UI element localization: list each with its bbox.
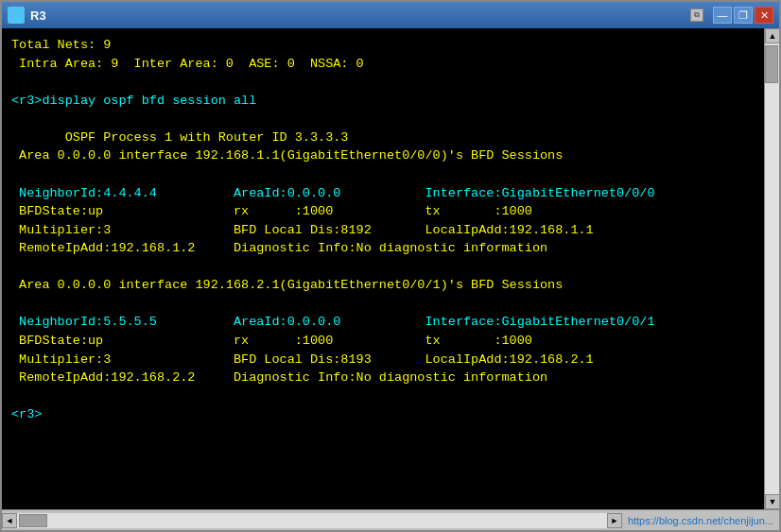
scroll-track-horizontal[interactable] — [17, 513, 607, 528]
scroll-left-button[interactable]: ◄ — [2, 513, 17, 528]
window-title: R3 — [30, 9, 685, 23]
restore-button[interactable]: ❐ — [734, 7, 753, 24]
window-icon: R — [8, 7, 25, 24]
terminal-wrapper: Total Nets: 9 Intra Area: 9 Inter Area: … — [2, 28, 779, 509]
status-url: https://blog.csdn.net/chenjijun — [628, 515, 765, 526]
resize-icon: ⧉ — [690, 9, 703, 22]
terminal-output[interactable]: Total Nets: 9 Intra Area: 9 Inter Area: … — [2, 28, 764, 509]
title-bar-resize-controls: ⧉ — [690, 9, 703, 22]
scroll-thumb-horizontal[interactable] — [19, 514, 47, 527]
scroll-track-vertical[interactable] — [765, 43, 779, 494]
close-button[interactable]: ✕ — [755, 7, 773, 24]
scroll-thumb-vertical[interactable] — [765, 45, 778, 83]
svg-text:R: R — [11, 11, 18, 21]
status-suffix: ... — [765, 515, 773, 526]
horizontal-scroll-wrapper: ◄ ► — [2, 513, 622, 528]
minimize-button[interactable]: — — [713, 7, 732, 24]
title-bar: R R3 ⧉ — ❐ ✕ — [2, 2, 779, 28]
scroll-down-button[interactable]: ▼ — [765, 494, 779, 509]
window-controls: — ❐ ✕ — [713, 7, 773, 24]
vertical-scrollbar[interactable]: ▲ ▼ — [764, 28, 779, 509]
scroll-right-button[interactable]: ► — [607, 513, 622, 528]
scroll-up-button[interactable]: ▲ — [765, 28, 779, 43]
bottom-bar: ◄ ► https://blog.csdn.net/chenjijun... — [2, 509, 779, 530]
main-window: R R3 ⧉ — ❐ ✕ Total Nets: 9 Intra Area: 9… — [0, 0, 781, 532]
